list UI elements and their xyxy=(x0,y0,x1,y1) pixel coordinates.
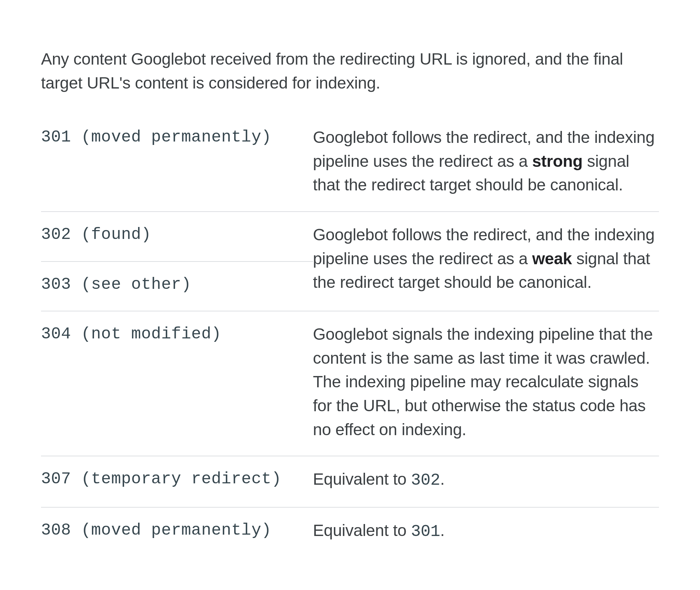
status-code-303: 303 (see other) xyxy=(41,262,313,311)
status-desc-302-303: Googlebot follows the redirect, and the … xyxy=(313,212,659,311)
status-code-table: 301 (moved permanently) Googlebot follow… xyxy=(41,115,659,558)
row-302: 302 (found) Googlebot follows the redire… xyxy=(41,212,659,262)
status-desc-307: Equivalent to 302. xyxy=(313,456,659,507)
status-desc-301: Googlebot follows the redirect, and the … xyxy=(313,115,659,212)
inline-code-302: 302 xyxy=(411,471,440,490)
status-desc-304: Googlebot signals the indexing pipeline … xyxy=(313,311,659,456)
status-code-302: 302 (found) xyxy=(41,212,313,262)
row-307: 307 (temporary redirect) Equivalent to 3… xyxy=(41,456,659,507)
document-page: Any content Googlebot received from the … xyxy=(0,0,700,590)
status-code-301: 301 (moved permanently) xyxy=(41,115,313,212)
status-code-308: 308 (moved permanently) xyxy=(41,507,313,558)
emphasis-strong: strong xyxy=(532,152,583,170)
emphasis-weak: weak xyxy=(532,250,572,268)
intro-paragraph: Any content Googlebot received from the … xyxy=(41,47,659,95)
text: Equivalent to xyxy=(313,521,411,539)
text: . xyxy=(440,470,445,488)
status-desc-308: Equivalent to 301. xyxy=(313,507,659,558)
status-code-307: 307 (temporary redirect) xyxy=(41,456,313,507)
row-304: 304 (not modified) Googlebot signals the… xyxy=(41,311,659,456)
row-308: 308 (moved permanently) Equivalent to 30… xyxy=(41,507,659,558)
text: Equivalent to xyxy=(313,470,411,488)
text: . xyxy=(440,521,445,539)
status-code-304: 304 (not modified) xyxy=(41,311,313,456)
row-301: 301 (moved permanently) Googlebot follow… xyxy=(41,115,659,212)
inline-code-301: 301 xyxy=(411,522,440,541)
